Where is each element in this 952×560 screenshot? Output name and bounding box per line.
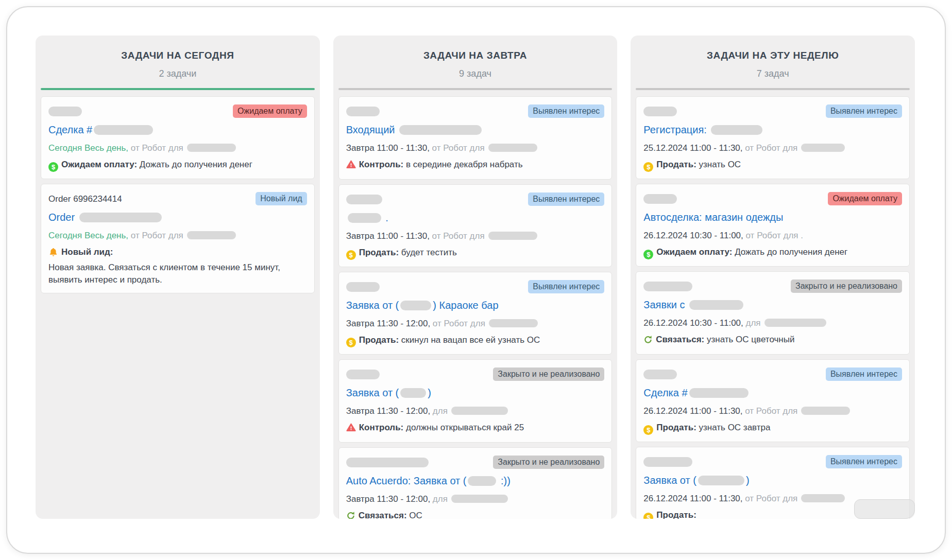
card-title-link[interactable]: Auto Acuerdo: Заявка от ( :)) <box>346 474 605 488</box>
redacted-text-pill <box>488 144 537 152</box>
task-time: 25.12.2024 11:00 - 11:30, <box>643 143 742 153</box>
status-badge: Выявлен интерес <box>528 192 604 206</box>
task-time: Завтра 11:00 - 11:30, <box>346 231 430 241</box>
task-card[interactable]: Закрыто и не реализованоЗаявка от ()Завт… <box>338 359 613 443</box>
redacted-text-pill <box>689 388 749 398</box>
task-card[interactable]: Выявлен интересЗаявка от () Караоке барЗ… <box>338 272 613 355</box>
card-date-row: 26.12.2024 10:30 - 11:00, от Робот для . <box>643 230 902 241</box>
title-text: Заявка от ( <box>346 300 399 311</box>
title-text: ) <box>746 475 750 486</box>
column-task-count: 2 задачи <box>36 67 320 80</box>
card-date-row: Завтра 11:30 - 12:00, от Робот для <box>346 318 605 329</box>
redacted-text-pill <box>488 232 537 240</box>
card-date-row: Завтра 11:30 - 12:00, для <box>346 405 605 417</box>
redacted-text-pill <box>468 476 496 486</box>
card-top-row: Закрыто и не реализовано <box>346 367 605 381</box>
refresh-arrows-icon <box>346 511 355 519</box>
card-task-row: Новый лид: <box>48 246 307 260</box>
card-title-link[interactable]: Заявки с <box>643 298 902 312</box>
title-text: Сделка # <box>48 124 92 135</box>
task-note: скинул на вацап все ей узнать ОС <box>399 335 540 345</box>
card-task-row: Связаться: ОС <box>346 510 605 519</box>
redacted-text-pill <box>346 282 380 292</box>
task-type-label: Контроль: <box>359 423 404 432</box>
title-text: :)) <box>498 475 510 486</box>
card-title-link[interactable]: Заявка от () <box>643 474 902 487</box>
dollar-circle-green-icon: $ <box>48 162 58 172</box>
warning-triangle-icon <box>346 160 356 172</box>
column-today: ЗАДАЧИ НА СЕГОДНЯ 2 задачи Ожидаем оплат… <box>36 36 320 519</box>
redacted-text-pill <box>79 213 162 222</box>
task-card[interactable]: Выявлен интерес .Завтра 11:00 - 11:30, о… <box>338 184 613 267</box>
redacted-text-pill <box>400 301 431 310</box>
title-text: . <box>383 212 388 223</box>
card-date-row: Завтра 11:30 - 12:00, для <box>346 493 605 505</box>
task-note: будет тестить <box>399 248 457 257</box>
task-card[interactable]: Выявлен интересРегистрация: 25.12.2024 1… <box>636 96 910 179</box>
card-date-row: 25.12.2024 11:00 - 11:30, от Робот для <box>643 142 902 154</box>
task-assignee: от Робот для <box>743 494 798 503</box>
column-task-count: 9 задач <box>333 67 618 80</box>
card-title-link[interactable]: Сделка # <box>643 386 902 400</box>
card-task-row: $Продать: узнать ОС <box>643 159 902 172</box>
title-text: Заявка от ( <box>643 475 696 486</box>
card-top-row: Закрыто и не реализовано <box>643 279 902 293</box>
redacted-text-pill <box>346 195 382 204</box>
redacted-text-pill <box>801 144 845 152</box>
task-card[interactable]: Ожидаем оплатуАвтосделка: магазин одежды… <box>636 184 910 267</box>
task-time: Завтра 11:30 - 12:00, <box>346 406 430 416</box>
task-board: ЗАДАЧИ НА СЕГОДНЯ 2 задачи Ожидаем оплат… <box>36 36 915 519</box>
redacted-text-pill <box>400 388 426 398</box>
column-title: ЗАДАЧИ НА ЗАВТРА <box>333 49 618 62</box>
card-title-link[interactable]: . <box>346 211 605 225</box>
bell-icon <box>48 247 58 260</box>
status-badge: Закрыто и не реализовано <box>791 279 902 293</box>
card-task-row: Контроль: в середине декабря набрать <box>346 159 605 172</box>
task-card[interactable]: Ожидаем оплатуСделка #Сегодня Весь день,… <box>41 96 315 179</box>
card-title-link[interactable]: Заявка от () <box>346 386 605 400</box>
card-top-row: Выявлен интерес <box>643 455 902 468</box>
task-note: узнать ОС цветочный <box>704 335 794 344</box>
redacted-text-pill <box>643 282 692 291</box>
card-title-link[interactable]: Регистрация: <box>643 123 902 137</box>
task-assignee: от Робот для <box>743 406 798 416</box>
card-top-row: Выявлен интерес <box>346 104 605 118</box>
task-note-block: Новая заявка. Связаться с клиентом в теч… <box>48 261 307 286</box>
refresh-arrows-icon <box>643 335 653 347</box>
task-note: узнать ОС завтра <box>696 423 771 432</box>
column-task-count: 7 задач <box>631 67 915 80</box>
task-card[interactable]: Закрыто и не реализованоAuto Acuerdo: За… <box>338 447 613 519</box>
task-note: в середине декабря набрать <box>403 160 522 169</box>
column-title: ЗАДАЧИ НА СЕГОДНЯ <box>36 49 320 62</box>
dollar-circle-gold-icon: $ <box>346 338 356 347</box>
task-card[interactable]: Выявлен интересСделка #26.12.2024 11:00 … <box>636 359 910 442</box>
title-text: Заявка от ( <box>346 387 399 398</box>
column-header: ЗАДАЧИ НА ЗАВТРА 9 задач <box>333 36 618 80</box>
card-title-link[interactable]: Автосделка: магазин одежды <box>643 211 902 224</box>
task-card[interactable]: Закрыто и не реализованоЗаявки с 26.12.2… <box>636 271 910 355</box>
redacted-text-pill <box>643 194 677 204</box>
redacted-text-pill <box>399 125 482 135</box>
task-card[interactable]: Выявлен интересВходящий Завтра 11:00 - 1… <box>338 96 613 180</box>
card-title-link[interactable]: Входящий <box>346 123 605 137</box>
task-time: Сегодня Весь день, <box>48 143 128 153</box>
card-top-row: Ожидаем оплату <box>643 192 902 205</box>
card-title-link[interactable]: Заявка от () Караоке бар <box>346 299 605 312</box>
card-title-link[interactable]: Order <box>48 211 307 224</box>
status-badge: Выявлен интерес <box>528 104 604 118</box>
redacted-text-pill <box>643 457 692 467</box>
task-assignee: от Робот для <box>128 143 183 153</box>
card-title-link[interactable]: Сделка # <box>48 123 307 137</box>
task-assignee: от Робот для <box>430 231 485 241</box>
card-header-text: Order 6996234414 <box>48 193 122 205</box>
task-type-label: Продать: <box>656 423 696 432</box>
task-card[interactable]: Order 6996234414Новый лидOrder Сегодня В… <box>41 184 315 293</box>
task-assignee: от Робот для <box>430 319 485 328</box>
task-assignee: от Робот для <box>128 231 183 240</box>
status-badge: Закрыто и не реализовано <box>493 367 604 381</box>
task-assignee-trail: . <box>798 231 803 240</box>
task-assignee: от Робот для <box>743 231 798 240</box>
card-task-row: Связаться: узнать ОС цветочный <box>643 334 902 347</box>
task-note: ОС <box>407 511 422 519</box>
task-type-label: Продать: <box>359 335 399 345</box>
